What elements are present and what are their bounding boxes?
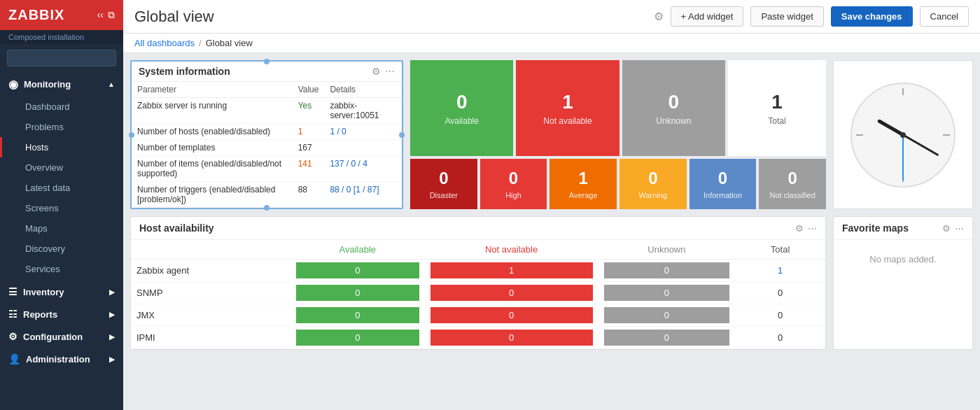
ha-name-cell: Zabbix agent <box>131 260 290 282</box>
chevron-right-icon: ▶ <box>109 288 115 296</box>
table-row: Number of items (enabled/disabled/not su… <box>132 156 402 182</box>
favorite-maps-header: Favorite maps ⚙ ⋯ <box>834 217 972 240</box>
favorite-maps-title: Favorite maps <box>842 222 909 234</box>
sidebar-section-configuration[interactable]: ⚙ Configuration ▶ <box>0 325 123 348</box>
inventory-icon: ☰ <box>8 286 18 297</box>
sidebar-item-services[interactable]: Services <box>0 259 123 279</box>
widget-settings-icon[interactable]: ⚙ <box>372 66 381 77</box>
trigger-not-classified: 0 Not classified <box>759 159 826 209</box>
fav-maps-settings-icon[interactable]: ⚙ <box>942 223 951 234</box>
sidebar-item-dashboard[interactable]: Dashboard <box>0 97 123 117</box>
sidebar-section-reports[interactable]: ☷ Reports ▶ <box>0 303 123 325</box>
sidebar-item-discovery[interactable]: Discovery <box>0 239 123 259</box>
details-cell: zabbix-server:10051 <box>324 98 402 124</box>
clock-second-hand <box>902 135 904 181</box>
avail-cell-not-available: 1 Not available <box>516 60 619 156</box>
sidebar-item-screens[interactable]: Screens <box>0 198 123 218</box>
sidebar-item-problems[interactable]: Problems <box>0 117 123 137</box>
sidebar-item-overview[interactable]: Overview <box>0 157 123 178</box>
search-input[interactable] <box>7 50 116 66</box>
breadcrumb-current: Global view <box>206 38 253 48</box>
sidebar-search-container <box>0 44 123 72</box>
favorite-maps-widget: Favorite maps ⚙ ⋯ No maps added. <box>833 216 973 350</box>
param-cell: Zabbix server is running <box>132 98 293 124</box>
add-widget-button[interactable]: + Add widget <box>671 6 744 27</box>
reports-icon: ☷ <box>8 309 18 320</box>
save-changes-button[interactable]: Save changes <box>831 6 913 27</box>
ha-not-available-cell: 1 <box>425 260 598 282</box>
table-row: SNMP0000 <box>131 282 825 304</box>
ha-available-cell: 0 <box>290 304 424 327</box>
trigger-high: 0 High <box>480 159 547 209</box>
dashboard-content: System information ⚙ ⋯ Parameter Value D… <box>123 53 980 410</box>
trigger-warning: 0 Warning <box>620 159 687 209</box>
fav-maps-controls: ⚙ ⋯ <box>942 223 964 234</box>
col-details: Details <box>324 82 402 98</box>
config-icon: ⚙ <box>8 331 18 342</box>
sidebar-item-hosts[interactable]: Hosts <box>0 137 123 157</box>
system-info-header: System information ⚙ ⋯ <box>132 62 402 82</box>
reports-label: Reports <box>23 309 57 320</box>
host-availability-title: Host availability <box>139 222 214 234</box>
table-row: Number of templates167 <box>132 140 402 156</box>
details-cell: 1 / 0 <box>324 124 402 140</box>
chevron-up-icon: ▲ <box>108 80 115 88</box>
widget-controls: ⚙ ⋯ <box>372 66 395 77</box>
trigger-average: 1 Average <box>550 159 617 209</box>
sidebar-item-latest-data[interactable]: Latest data <box>0 178 123 198</box>
ha-available-cell: 0 <box>290 327 424 349</box>
ha-not-available-cell: 0 <box>425 327 598 349</box>
ha-settings-icon[interactable]: ⚙ <box>795 223 804 234</box>
resize-handle-top[interactable] <box>264 59 270 64</box>
col-parameter: Parameter <box>132 82 293 98</box>
monitoring-label: Monitoring <box>24 79 71 90</box>
ha-total-cell: 0 <box>735 282 825 304</box>
settings-icon[interactable]: ⚙ <box>654 10 664 23</box>
system-info-widget: System information ⚙ ⋯ Parameter Value D… <box>130 60 403 209</box>
ha-col-available: Available <box>290 240 424 260</box>
sidebar: ZABBIX ‹‹ ⧉ Composed installation ◉ Moni… <box>0 0 123 410</box>
avail-cell-unknown: 0 Unknown <box>622 60 725 156</box>
ha-more-icon[interactable]: ⋯ <box>808 223 817 234</box>
sidebar-section-inventory[interactable]: ☰ Inventory ▶ <box>0 281 123 303</box>
ha-total-cell: 1 <box>735 260 825 282</box>
resize-handle-bottom[interactable] <box>264 205 270 211</box>
resize-handle-right[interactable] <box>399 132 405 138</box>
main-content: Global view ⚙ + Add widget Paste widget … <box>123 0 980 410</box>
sidebar-section-monitoring[interactable]: ◉ Monitoring ▲ <box>0 72 123 97</box>
resize-handle-left[interactable] <box>129 132 134 138</box>
ha-available-cell: 0 <box>290 282 424 304</box>
chevron-right-icon3: ▶ <box>109 333 115 341</box>
ha-col-unknown: Unknown <box>598 240 736 260</box>
chevron-right-icon4: ▶ <box>109 355 115 363</box>
clock-face <box>850 83 955 188</box>
configuration-label: Configuration <box>23 332 83 342</box>
expand-icon[interactable]: ⧉ <box>108 9 115 21</box>
host-availability-table: Available Not available Unknown Total Za… <box>131 240 825 349</box>
collapse-icon[interactable]: ‹‹ <box>97 9 104 21</box>
top-row: System information ⚙ ⋯ Parameter Value D… <box>130 60 973 209</box>
sidebar-item-maps[interactable]: Maps <box>0 218 123 239</box>
favorite-maps-empty: No maps added. <box>834 240 972 278</box>
system-info-scroll[interactable]: Parameter Value Details Zabbix server is… <box>132 82 402 208</box>
table-row: Number of hosts (enabled/disabled)11 / 0 <box>132 124 402 140</box>
widget-more-icon[interactable]: ⋯ <box>385 66 395 77</box>
ha-unknown-cell: 0 <box>598 304 736 327</box>
paste-widget-button[interactable]: Paste widget <box>750 6 823 27</box>
cancel-button[interactable]: Cancel <box>920 6 969 27</box>
breadcrumb-separator: / <box>199 38 202 48</box>
ha-unknown-cell: 0 <box>598 282 736 304</box>
ha-total-cell: 0 <box>735 304 825 327</box>
fav-maps-more-icon[interactable]: ⋯ <box>955 223 964 234</box>
ha-col-not-available: Not available <box>425 240 598 260</box>
bottom-row: Host availability ⚙ ⋯ Available Not avai… <box>130 216 973 350</box>
breadcrumb-all-dashboards[interactable]: All dashboards <box>134 38 195 48</box>
avail-cell-available: 0 Available <box>410 60 513 156</box>
sidebar-subtitle: Composed installation <box>0 30 123 44</box>
logo-text: ZABBIX <box>8 7 64 23</box>
sidebar-section-administration[interactable]: 👤 Administration ▶ <box>0 348 123 370</box>
value-cell: 1 <box>293 124 325 140</box>
value-cell: 141 <box>293 156 325 182</box>
details-cell <box>324 140 402 156</box>
ha-name-cell: IPMI <box>131 327 290 349</box>
